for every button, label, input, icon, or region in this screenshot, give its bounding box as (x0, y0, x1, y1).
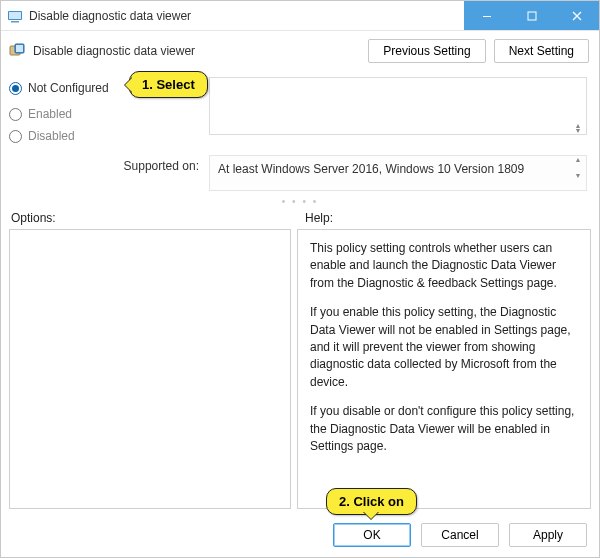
annotation-select: 1. Select (129, 71, 208, 98)
maximize-icon (527, 11, 537, 21)
columns-header: Options: Help: (1, 207, 599, 229)
radio-label: Disabled (28, 129, 75, 143)
help-paragraph: If you disable or don't configure this p… (310, 403, 578, 455)
radio-dot-icon (9, 130, 22, 143)
help-label: Help: (297, 207, 591, 229)
chevron-down-icon[interactable]: ▼ (571, 128, 585, 133)
cancel-button[interactable]: Cancel (421, 523, 499, 547)
app-icon (7, 8, 23, 24)
annotation-click: 2. Click on (326, 488, 417, 515)
chevron-down-icon[interactable]: ▼ (571, 173, 585, 189)
titlebar: Disable diagnostic data viewer (1, 1, 599, 31)
policy-icon (9, 43, 25, 59)
svg-rect-7 (16, 45, 23, 52)
columns: This policy setting controls whether use… (1, 229, 599, 517)
svg-rect-3 (483, 16, 491, 17)
supported-on-text: At least Windows Server 2016, Windows 10… (218, 162, 524, 176)
help-paragraph: This policy setting controls whether use… (310, 240, 578, 292)
state-area: Not Configured Enabled Disabled ▲ ▼ 1. S… (1, 73, 599, 153)
options-panel (9, 229, 291, 509)
options-label: Options: (9, 207, 297, 229)
radio-dot-icon (9, 108, 22, 121)
radio-enabled[interactable]: Enabled (9, 103, 209, 125)
window-title: Disable diagnostic data viewer (29, 9, 464, 23)
svg-rect-2 (11, 21, 19, 23)
policy-header: Disable diagnostic data viewer Previous … (1, 31, 599, 73)
svg-rect-1 (9, 12, 21, 19)
supported-on-label: Supported on: (1, 155, 209, 173)
radio-label: Not Configured (28, 81, 109, 95)
supported-spinner: ▲ ▼ (571, 157, 585, 189)
comment-field[interactable]: ▲ ▼ (209, 77, 587, 135)
policy-title: Disable diagnostic data viewer (33, 44, 360, 58)
svg-rect-4 (528, 12, 536, 20)
supported-on-row: Supported on: At least Windows Server 20… (1, 153, 599, 197)
window-buttons (464, 1, 599, 30)
annotation-text: 2. Click on (339, 494, 404, 509)
radio-label: Enabled (28, 107, 72, 121)
radio-disabled[interactable]: Disabled (9, 125, 209, 147)
previous-setting-button[interactable]: Previous Setting (368, 39, 485, 63)
close-button[interactable] (554, 1, 599, 30)
minimize-icon (482, 11, 492, 21)
policy-editor-window: Disable diagnostic data viewer Disable d… (0, 0, 600, 558)
radio-dot-icon (9, 82, 22, 95)
dialog-buttons: OK Cancel Apply (1, 517, 599, 557)
chevron-up-icon[interactable]: ▲ (571, 157, 585, 173)
supported-on-value: At least Windows Server 2016, Windows 10… (209, 155, 587, 191)
next-setting-button[interactable]: Next Setting (494, 39, 589, 63)
minimize-button[interactable] (464, 1, 509, 30)
help-paragraph: If you enable this policy setting, the D… (310, 304, 578, 391)
maximize-button[interactable] (509, 1, 554, 30)
close-icon (572, 11, 582, 21)
comment-spinner: ▲ ▼ (571, 123, 585, 133)
apply-button[interactable]: Apply (509, 523, 587, 547)
annotation-text: 1. Select (142, 77, 195, 92)
splitter-horizontal[interactable]: • • • • (1, 197, 599, 207)
help-panel: This policy setting controls whether use… (297, 229, 591, 509)
